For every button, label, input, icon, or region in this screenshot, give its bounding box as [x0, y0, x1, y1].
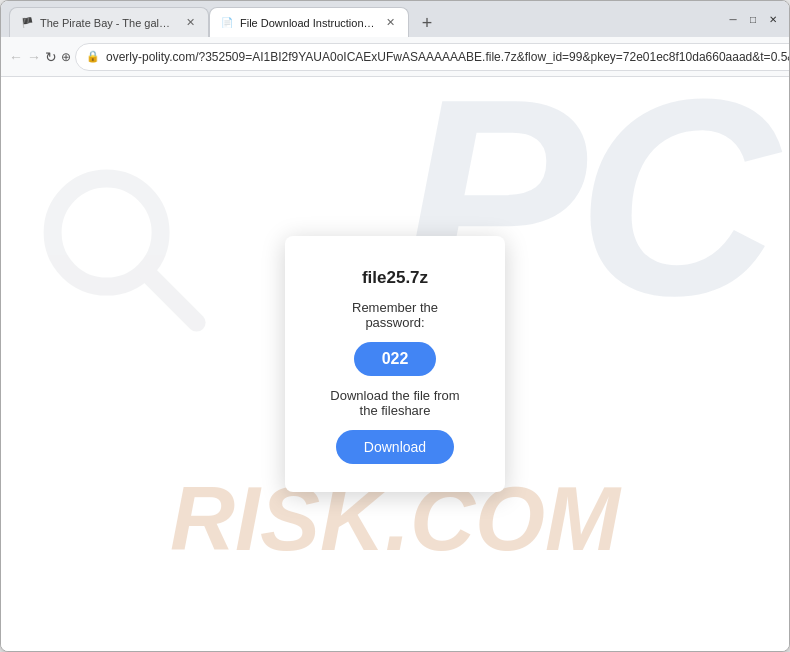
window-controls: ─ □ ✕	[717, 1, 789, 37]
download-button[interactable]: Download	[336, 430, 454, 464]
dialog-download-label: Download the file from the fileshare	[325, 388, 465, 418]
url-text: overly-polity.com/?352509=AI1BI2f9YAUA0o…	[106, 50, 790, 64]
tab-favicon-1: 🏴	[20, 16, 34, 30]
page-content: PC RISK.COM file25.7z Remember the passw…	[1, 77, 789, 651]
download-dialog: file25.7z Remember the password: 022 Dow…	[285, 236, 505, 492]
tab-close-2[interactable]: ✕	[382, 15, 398, 31]
lock-icon: 🔒	[86, 50, 100, 63]
tab-label-1: The Pirate Bay - The galaxy's m...	[40, 17, 176, 29]
home-button[interactable]: ⊕	[61, 43, 71, 71]
svg-line-1	[146, 272, 196, 322]
nav-bar: ← → ↻ ⊕ 🔒 overly-polity.com/?352509=AI1B…	[1, 37, 789, 77]
tabs-area: 🏴 The Pirate Bay - The galaxy's m... ✕ 📄…	[1, 1, 717, 37]
magnifier-watermark	[31, 157, 211, 337]
password-badge: 022	[354, 342, 437, 376]
tab-close-1[interactable]: ✕	[182, 15, 198, 31]
tab-pirate-bay[interactable]: 🏴 The Pirate Bay - The galaxy's m... ✕	[9, 7, 209, 37]
title-bar: 🏴 The Pirate Bay - The galaxy's m... ✕ 📄…	[1, 1, 789, 37]
refresh-button[interactable]: ↻	[45, 43, 57, 71]
back-button[interactable]: ←	[9, 43, 23, 71]
minimize-button[interactable]: ─	[725, 11, 741, 27]
dialog-password-label: Remember the password:	[325, 300, 465, 330]
browser-window: 🏴 The Pirate Bay - The galaxy's m... ✕ 📄…	[0, 0, 790, 652]
tab-favicon-2: 📄	[220, 16, 234, 30]
tab-label-2: File Download Instructions for...	[240, 17, 376, 29]
maximize-button[interactable]: □	[745, 11, 761, 27]
address-bar[interactable]: 🔒 overly-polity.com/?352509=AI1BI2f9YAUA…	[75, 43, 790, 71]
new-tab-button[interactable]: +	[413, 9, 441, 37]
close-button[interactable]: ✕	[765, 11, 781, 27]
forward-button[interactable]: →	[27, 43, 41, 71]
dialog-filename: file25.7z	[362, 268, 428, 288]
tab-file-download[interactable]: 📄 File Download Instructions for... ✕	[209, 7, 409, 37]
